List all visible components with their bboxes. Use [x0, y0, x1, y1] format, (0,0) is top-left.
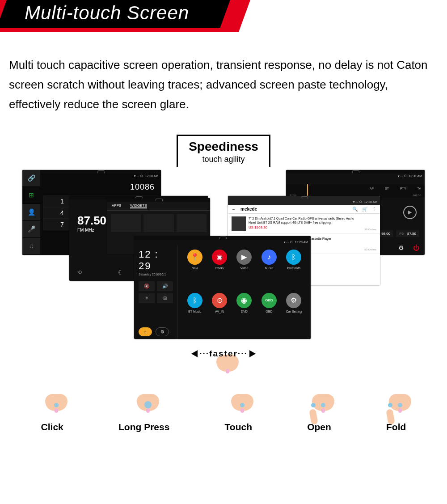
app-obd[interactable]: OBDOBD — [257, 293, 280, 335]
clock-date: Saturday 2016/10/1 — [139, 273, 173, 276]
settings-icon[interactable]: ⊞ — [157, 293, 173, 303]
brightness-icon[interactable]: ☀ — [139, 293, 155, 303]
search-icon[interactable]: 🔍 — [352, 207, 358, 212]
power-icon[interactable]: ⏻ — [413, 244, 419, 251]
menu-icon[interactable]: ⋮ — [372, 207, 376, 212]
status-time: 12:30 AM — [145, 174, 158, 178]
app-navi[interactable]: 📍Navi — [183, 250, 206, 291]
gesture-row: Click Long Press Touch Open Fold — [0, 401, 447, 432]
gesture-open: Open — [307, 401, 331, 432]
tab-apps[interactable]: APPS — [112, 203, 121, 208]
back-icon[interactable]: ← — [232, 207, 236, 212]
fm-frequency: 87.50 — [77, 214, 106, 228]
cart-icon[interactable]: 🛒 — [362, 207, 367, 212]
app-radio[interactable]: ◉Radio — [208, 250, 231, 291]
gesture-long-press: Long Press — [118, 401, 169, 432]
app-video[interactable]: ▶Video — [233, 250, 256, 291]
dialpad-icon[interactable]: ⊞ — [22, 187, 40, 204]
faster-indicator: ···faster··· — [0, 349, 447, 370]
tab-widgets[interactable]: WIDGETS — [130, 203, 147, 208]
dialed-number: 10086 — [40, 179, 161, 195]
gesture-click: Click — [41, 401, 63, 432]
home-button[interactable]: ⌂ — [139, 327, 152, 336]
vol-up-icon[interactable]: 🔊 — [157, 281, 173, 291]
speediness-title: Speediness — [178, 140, 269, 154]
gesture-touch: Touch — [225, 401, 252, 432]
clock-time: 12 : 29 — [139, 249, 173, 272]
vol-down-icon[interactable]: 🔇 — [139, 281, 155, 291]
header-ribbon: Multi-touch Screen — [0, 0, 447, 35]
page-title: Multi-touch Screen — [25, 2, 189, 24]
mic-icon[interactable]: 🎤 — [22, 221, 40, 238]
app-bt-music[interactable]: ᛒBT Music — [183, 293, 206, 335]
app-music[interactable]: ♪Music — [257, 250, 280, 291]
speediness-subtitle: touch agility — [178, 155, 269, 164]
app-car-setting[interactable]: ⚙Car Setting — [283, 293, 305, 335]
link-icon[interactable]: 🔗 — [22, 170, 40, 187]
contacts-icon[interactable]: 👤 — [22, 204, 40, 221]
speediness-box: Speediness touch agility — [177, 135, 270, 167]
screen-home: ♥ ⚏ ⏲12:29 AM 12 : 29 Saturday 2016/10/1… — [134, 236, 311, 339]
search-term: mekede — [240, 207, 257, 212]
screens-stage: 🔗 ⊞ 👤 🎤 ♫ ♥ ⚏ ⏲12:30 AM 10086 123 456 78… — [0, 165, 447, 348]
apps-button[interactable]: ⊚ — [156, 327, 169, 336]
gesture-fold: Fold — [386, 401, 406, 432]
music-icon[interactable]: ♫ — [22, 238, 40, 255]
list-item[interactable]: 7" 2 Din Android7.1 Quad Core Car Radio … — [228, 214, 380, 234]
eq-icon[interactable]: ⚙ — [398, 244, 404, 251]
play-icon[interactable]: ▶ — [403, 206, 417, 219]
app-bluetooth[interactable]: ᛒBluetooth — [283, 250, 305, 291]
fm-unit: FM MHz — [77, 228, 106, 233]
description-text: Multi touch capacitive screen operation,… — [9, 55, 438, 114]
app-av_in[interactable]: ⊙AV_IN — [208, 293, 231, 335]
app-dvd[interactable]: ◉DVD — [233, 293, 256, 335]
